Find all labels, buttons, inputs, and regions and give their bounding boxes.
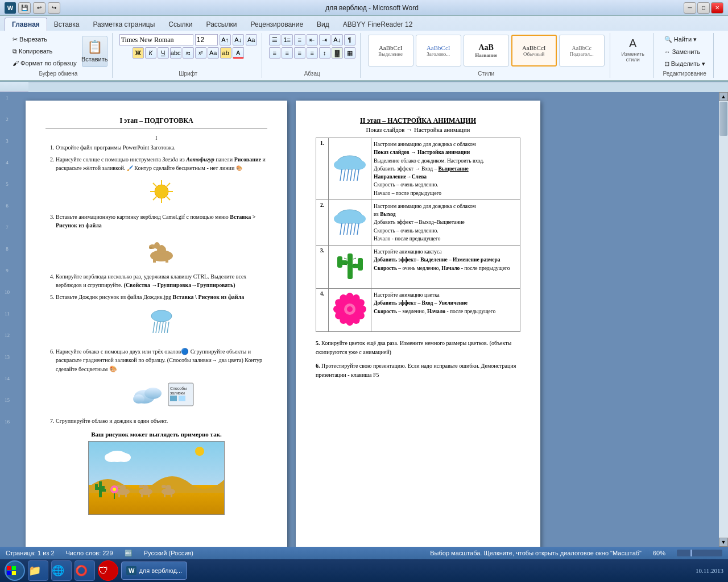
highlight-btn[interactable]: ab: [220, 47, 231, 59]
italic-btn[interactable]: К: [145, 47, 156, 59]
editing-controls: 🔍 Найти ▾ ↔ Заменить ⊡ Выделить ▾: [661, 34, 709, 69]
table-row: 2.: [316, 199, 520, 245]
svg-rect-53: [99, 481, 102, 497]
svg-point-16: [158, 245, 165, 254]
table-row: 1.: [316, 138, 520, 200]
scroll-down-btn[interactable]: ▼: [719, 538, 728, 547]
right-scrollbar[interactable]: ▲ ▼: [719, 92, 728, 547]
svg-line-86: [353, 258, 356, 259]
format-painter-btn[interactable]: 🖌 Формат по образцу: [9, 58, 80, 68]
font-size-input[interactable]: [195, 34, 218, 45]
shading-btn[interactable]: ▓: [332, 47, 343, 59]
style-heading1-btn[interactable]: AaBbCcI Заголово...: [416, 35, 461, 66]
desc-cell: Настроим анимацию для дождика с облаком …: [371, 199, 520, 245]
style-title-btn[interactable]: АаВ Название: [464, 35, 509, 66]
svg-point-71: [334, 214, 350, 224]
tab-page-layout[interactable]: Разметка страницы: [86, 18, 162, 31]
editing-label: Редактирование: [663, 69, 706, 77]
start-btn[interactable]: [5, 560, 25, 581]
underline-btn[interactable]: Ч: [158, 47, 169, 59]
numbering-btn[interactable]: 1≡: [282, 34, 293, 45]
list-item-7: Сгруппируйте облако и дождик в один объе…: [56, 417, 267, 425]
zoom-level[interactable]: 60%: [653, 550, 665, 556]
increase-indent-btn[interactable]: ⇥: [319, 34, 330, 45]
quick-redo-btn[interactable]: ↪: [48, 2, 60, 14]
svg-line-24: [164, 322, 166, 333]
paste-btn[interactable]: 📋 Вставить: [82, 36, 107, 67]
svg-point-63: [350, 160, 366, 170]
left-page-list: Откройте файл программы PowerPoint Загот…: [46, 143, 267, 425]
table-row: 4.: [316, 289, 520, 332]
align-center-btn[interactable]: ≡: [282, 47, 293, 59]
decrease-font-btn[interactable]: A↓: [233, 34, 244, 45]
change-styles-btn[interactable]: A Изменить стили: [616, 35, 650, 64]
maximize-btn[interactable]: □: [697, 2, 710, 14]
num-cell: 4.: [316, 289, 329, 332]
list-item-3: Вставьте анимационную картинку верблюд C…: [56, 213, 267, 268]
clear-format-btn[interactable]: Aa: [246, 34, 257, 45]
svg-line-84: [344, 258, 347, 259]
preview-image: [88, 441, 225, 515]
tab-review[interactable]: Рецензирование: [243, 18, 310, 31]
spell-icon[interactable]: 🔤: [125, 550, 133, 557]
quick-undo-btn[interactable]: ↩: [33, 2, 46, 14]
page-indicator: Страница: 1 из 2: [6, 550, 55, 556]
taskbar-file-btn[interactable]: 📁: [28, 560, 48, 581]
scroll-track[interactable]: [719, 101, 728, 538]
taskbar-ie-btn[interactable]: 🌐: [51, 560, 72, 581]
svg-rect-79: [348, 253, 353, 279]
svg-rect-83: [358, 258, 363, 271]
font-name-input[interactable]: [119, 34, 193, 45]
decrease-indent-btn[interactable]: ⇤: [307, 34, 318, 45]
zoom-slider[interactable]: [677, 550, 722, 556]
style-subtitle-btn[interactable]: AaBbCc Подзагол...: [559, 35, 605, 66]
svg-line-73: [340, 223, 342, 235]
status-hint: Выбор масштаба. Щелкните, чтобы открыть …: [430, 550, 642, 556]
footer-item-6: 6. Протестируйте свою презентацию. Если …: [316, 361, 520, 380]
select-btn[interactable]: ⊡ Выделить ▾: [661, 59, 709, 69]
document-area[interactable]: I этап – ПОДГОТОВКА I Откройте файл прог…: [14, 92, 719, 547]
line-spacing-btn[interactable]: ↕: [319, 47, 330, 59]
superscript-btn[interactable]: x²: [195, 47, 206, 59]
align-right-btn[interactable]: ≡: [294, 47, 305, 59]
tab-abbyy[interactable]: ABBYY FineReader 12: [336, 18, 420, 31]
tab-mailings[interactable]: Рассылки: [200, 18, 244, 31]
justify-btn[interactable]: ≡: [307, 47, 318, 59]
color-btn[interactable]: А: [233, 47, 244, 59]
tab-insert[interactable]: Вставка: [47, 18, 86, 31]
style-normal-btn[interactable]: AaBbCcI Выделение: [368, 35, 413, 66]
replace-btn[interactable]: ↔ Заменить: [661, 47, 709, 57]
quick-save-btn[interactable]: 💾: [18, 2, 31, 14]
align-left-btn[interactable]: ≡: [269, 47, 280, 59]
style-normal2-btn[interactable]: AaBbCcI Обычный: [511, 35, 557, 66]
svg-line-69: [357, 169, 359, 181]
taskbar-chrome-btn[interactable]: ⭕: [75, 560, 95, 581]
strikethrough-btn[interactable]: аbc: [170, 47, 181, 59]
clipboard-group: ✂ Вырезать ⧉ Копировать 🖌 Формат по обра…: [5, 33, 113, 78]
tab-view[interactable]: Вид: [310, 18, 336, 31]
window-controls[interactable]: ─ □ ✕: [684, 2, 723, 14]
svg-rect-0: [28, 82, 728, 92]
increase-font-btn[interactable]: A↑: [220, 34, 231, 45]
scroll-thumb[interactable]: [719, 102, 727, 136]
cut-btn[interactable]: ✂ Вырезать: [9, 34, 51, 45]
text-case-btn[interactable]: Аа: [208, 47, 219, 59]
minimize-btn[interactable]: ─: [684, 2, 696, 14]
tab-references[interactable]: Ссылки: [162, 18, 199, 31]
copy-btn[interactable]: ⧉ Копировать: [9, 46, 56, 57]
scroll-up-btn[interactable]: ▲: [719, 92, 728, 101]
border-btn[interactable]: ▦: [344, 47, 355, 59]
bold-btn[interactable]: Ж: [133, 47, 144, 59]
taskbar-antivirus-btn[interactable]: 🛡: [98, 560, 118, 581]
multilevel-btn[interactable]: ≡: [294, 34, 305, 45]
right-page-footer: 5. Копируйте цветок ещё два раза. Измени…: [316, 339, 520, 380]
sort-btn[interactable]: A↓: [332, 34, 343, 45]
svg-point-37: [117, 453, 131, 462]
subscript-btn[interactable]: x₂: [183, 47, 194, 59]
close-btn[interactable]: ✕: [711, 2, 723, 14]
taskbar-word-btn[interactable]: W для верблюд...: [121, 562, 187, 580]
show-marks-btn[interactable]: ¶: [344, 34, 355, 45]
bullets-btn[interactable]: ☰: [269, 34, 280, 45]
find-btn[interactable]: 🔍 Найти ▾: [661, 34, 709, 45]
tab-home[interactable]: Главная: [5, 18, 47, 31]
